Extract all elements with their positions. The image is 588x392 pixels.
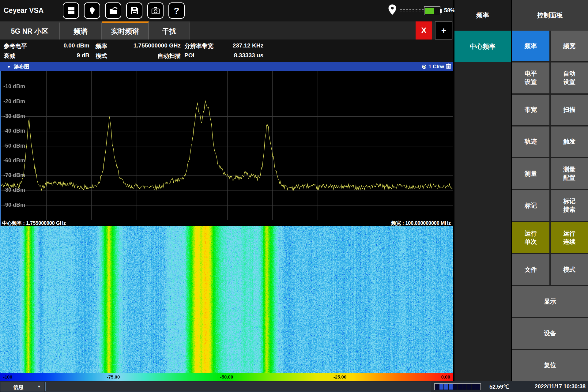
- info-dropdown[interactable]: 信息 ▼: [1, 382, 44, 391]
- folder-load-icon: [109, 6, 118, 15]
- info-dropdown-label: 信息: [13, 384, 24, 391]
- screenshot-button[interactable]: [147, 2, 164, 19]
- ref-level-value: 0.00 dBm: [46, 42, 89, 49]
- progress-block-empty: [453, 384, 457, 390]
- trace-label: 1 Clrw: [428, 64, 444, 70]
- measurement-tab-bar: 5G NR 小区 频谱 实时频谱 干扰 X +: [0, 21, 453, 40]
- trace-radio-icon[interactable]: [422, 65, 426, 69]
- cp-button-trigger[interactable]: 触发: [551, 126, 588, 157]
- progress-block-filled: [449, 384, 453, 390]
- parameter-readout: 参考电平 0.00 dBm 频率 1.755000000 GHz 分辨率带宽 2…: [0, 40, 453, 62]
- y-axis-tick-label: -70 dBm: [3, 172, 25, 179]
- control-panel: 控制面板 频率频宽电平 设置自动 设置带宽扫描轨迹触发测量测量 配置标记标记 搜…: [512, 0, 588, 381]
- colorbar-tick: -25.00: [334, 374, 347, 379]
- center-frequency-readout: 中心频率 : 1.755000000 GHz: [2, 220, 66, 227]
- mode-label: 模式: [96, 52, 107, 60]
- colorbar-tick: -50.00: [220, 374, 233, 379]
- frequency-value: 1.755000000 GHz: [107, 42, 181, 49]
- span-readout: 频宽 : 100.000000000 MHz: [391, 220, 451, 227]
- y-axis-tick-label: -90 dBm: [3, 202, 25, 208]
- cp-button-span[interactable]: 频宽: [551, 31, 588, 61]
- cp-button-marker[interactable]: 标记: [512, 190, 549, 221]
- y-axis-tick-label: -50 dBm: [3, 143, 25, 149]
- vsa-screen: Ceyear VSA: [0, 0, 588, 392]
- progress-block-empty: [467, 384, 471, 390]
- lightbulb-icon: [88, 6, 96, 15]
- tab-interference[interactable]: 干扰: [149, 21, 190, 40]
- cp-button-measure[interactable]: 测量: [512, 158, 549, 189]
- control-panel-header: 控制面板: [512, 0, 588, 31]
- y-axis-tick-label: -20 dBm: [3, 98, 25, 105]
- tab-spectrum[interactable]: 频谱: [60, 21, 102, 40]
- cp-button-frequency[interactable]: 频率: [512, 31, 549, 61]
- submenu-header: 频率: [454, 0, 511, 31]
- cp-button-display[interactable]: 显示: [512, 286, 588, 317]
- tab-realtime-spectrum[interactable]: 实时频谱: [102, 21, 149, 40]
- close-tab-button[interactable]: X: [416, 21, 432, 40]
- trace-selector[interactable]: 1 Clrw: [422, 63, 451, 70]
- progress-block-empty: [435, 384, 439, 390]
- spectrum-plot[interactable]: -10 dBm-20 dBm-30 dBm-40 dBm-50 dBm-60 d…: [0, 71, 453, 220]
- cp-button-marker-search[interactable]: 标记 搜索: [551, 190, 588, 221]
- cp-button-run-single[interactable]: 运行 单次: [512, 222, 549, 253]
- load-file-button[interactable]: [105, 2, 121, 19]
- cp-button-sweep[interactable]: 扫描: [551, 95, 588, 125]
- top-bar: Ceyear VSA: [0, 0, 453, 21]
- sweep-progress-indicator: [434, 383, 481, 390]
- frequency-annotation-row: 中心频率 : 1.755000000 GHz 频宽 : 100.00000000…: [0, 220, 453, 226]
- cp-button-mode[interactable]: 模式: [551, 254, 588, 285]
- frequency-submenu: 频率 中心频率: [454, 0, 511, 381]
- battery-percent: 58%: [444, 7, 455, 14]
- backlight-button[interactable]: [84, 2, 100, 19]
- rbw-value: 237.12 KHz: [202, 42, 263, 49]
- waterfall-spectrogram[interactable]: [0, 226, 453, 373]
- control-panel-grid: 频率频宽电平 设置自动 设置带宽扫描轨迹触发测量测量 配置标记标记 搜索运行 单…: [512, 31, 588, 381]
- y-axis-tick-label: -10 dBm: [3, 83, 25, 90]
- add-tab-button[interactable]: +: [435, 21, 452, 40]
- cp-button-level-setup[interactable]: 电平 设置: [512, 62, 549, 93]
- y-axis-tick-label: -40 dBm: [3, 128, 25, 134]
- cp-button-reset[interactable]: 复位: [512, 350, 588, 381]
- cp-button-bandwidth[interactable]: 带宽: [512, 95, 549, 125]
- help-button[interactable]: ?: [168, 2, 185, 19]
- message-area: [45, 382, 431, 391]
- collapse-triangle-icon[interactable]: ▼: [7, 64, 11, 69]
- mode-value: 自动扫描: [107, 52, 181, 60]
- cp-button-run-continuous[interactable]: 运行 连续: [551, 222, 588, 253]
- location-pin-icon: [388, 4, 397, 17]
- amplitude-colorbar: -100 -75.00 -50.00 -25.00 0.00: [0, 373, 453, 381]
- progress-block-empty: [472, 384, 476, 390]
- ref-level-label: 参考电平: [4, 42, 27, 50]
- colorbar-tick: -75.00: [107, 374, 120, 379]
- progress-block-filled: [444, 384, 448, 390]
- cp-button-device[interactable]: 设备: [512, 318, 588, 349]
- save-button[interactable]: [126, 2, 142, 19]
- camera-icon: [151, 6, 160, 15]
- battery-icon: [424, 6, 440, 15]
- progress-block-empty: [462, 384, 466, 390]
- floppy-save-icon: [130, 6, 139, 15]
- waterfall-title-bar: ▼ 瀑布图 1 Clrw: [0, 62, 453, 71]
- colorbar-tick: -100: [3, 374, 12, 379]
- poi-label: POI: [184, 52, 194, 59]
- app-title: Ceyear VSA: [4, 6, 43, 15]
- dropdown-caret-icon: ▼: [37, 385, 41, 388]
- y-axis-tick-label: -30 dBm: [3, 113, 25, 119]
- progress-block-filled: [439, 384, 443, 390]
- submenu-item-center-frequency[interactable]: 中心频率: [454, 31, 511, 62]
- cp-button-auto-setup[interactable]: 自动 设置: [551, 62, 588, 93]
- progress-block-empty: [476, 384, 480, 390]
- waterfall-canvas[interactable]: [0, 226, 453, 373]
- colorbar-tick: 0.00: [441, 374, 450, 379]
- progress-block-empty: [458, 384, 462, 390]
- poi-value: 8.33333 us: [202, 52, 263, 59]
- spectrum-trace-canvas[interactable]: [1, 71, 453, 220]
- tab-5g-nr-cell[interactable]: 5G NR 小区: [0, 21, 60, 40]
- windows-menu-button[interactable]: [63, 2, 79, 19]
- cp-button-file[interactable]: 文件: [512, 254, 549, 285]
- cp-button-measure-config[interactable]: 测量 配置: [551, 158, 588, 189]
- frequency-label: 频率: [96, 42, 107, 50]
- attenuation-value: 9 dB: [46, 52, 89, 59]
- trash-icon[interactable]: [446, 63, 451, 70]
- cp-button-trace[interactable]: 轨迹: [512, 126, 549, 157]
